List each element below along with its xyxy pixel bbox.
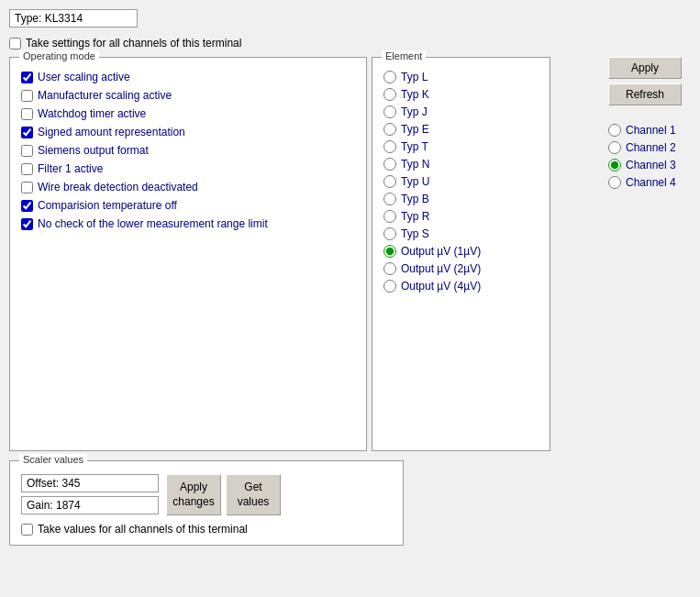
scaler-title: Scaler values bbox=[19, 454, 87, 465]
left-panel: Operating mode User scaling activeManufa… bbox=[9, 57, 599, 451]
checkbox-cb1[interactable] bbox=[21, 72, 33, 83]
checkbox-cb9[interactable] bbox=[21, 218, 33, 230]
channel-label-ch2: Channel 2 bbox=[626, 141, 676, 154]
radio-label-r9: Typ R bbox=[401, 210, 429, 223]
take-settings-checkbox[interactable] bbox=[9, 38, 21, 50]
label-cb3: Watchdog timer active bbox=[38, 107, 146, 120]
label-cb2: Manufacturer scaling active bbox=[38, 89, 172, 102]
apply-changes-button[interactable]: Apply changes bbox=[166, 474, 221, 515]
radio-label-r10: Typ S bbox=[401, 227, 429, 240]
element-radio-item: Typ N bbox=[383, 158, 539, 171]
element-radio-item: Output µV (4µV) bbox=[383, 280, 539, 293]
apply-changes-line2: changes bbox=[172, 495, 214, 508]
radio-r9[interactable] bbox=[383, 210, 396, 223]
take-values-label: Take values for all channels of this ter… bbox=[38, 523, 248, 536]
radio-r12[interactable] bbox=[383, 262, 396, 275]
channel-radio-ch1[interactable] bbox=[608, 124, 621, 137]
channel-radio-ch4[interactable] bbox=[608, 176, 621, 189]
radio-label-r2: Typ K bbox=[401, 88, 429, 101]
top-checkbox-row: Take settings for all channels of this t… bbox=[9, 37, 691, 50]
checkbox-cb6[interactable] bbox=[21, 163, 33, 175]
operating-mode-title: Operating mode bbox=[19, 50, 99, 61]
channel-radio-ch3[interactable] bbox=[608, 159, 621, 171]
checkbox-cb5[interactable] bbox=[21, 145, 33, 157]
radio-r10[interactable] bbox=[383, 227, 396, 240]
radio-r5[interactable] bbox=[383, 140, 396, 153]
offset-input[interactable] bbox=[21, 474, 159, 492]
element-radio-item: Typ J bbox=[383, 105, 539, 118]
element-radio-item: Typ K bbox=[383, 88, 539, 101]
label-cb4: Signed amount representation bbox=[38, 126, 185, 138]
scaler-buttons: Apply changes Get values bbox=[166, 474, 281, 515]
operating-mode-checkboxes: User scaling activeManufacturer scaling … bbox=[21, 71, 355, 230]
radio-r8[interactable] bbox=[383, 193, 396, 205]
element-radio-item: Output µV (1µV) bbox=[383, 245, 539, 258]
radio-label-r1: Typ L bbox=[401, 71, 428, 83]
get-values-button[interactable]: Get values bbox=[226, 474, 281, 515]
radio-label-r7: Typ U bbox=[401, 175, 429, 188]
element-radio-item: Typ B bbox=[383, 193, 539, 205]
checkbox-cb4[interactable] bbox=[21, 127, 33, 138]
take-settings-label: Take settings for all channels of this t… bbox=[26, 37, 241, 50]
radio-label-r6: Typ N bbox=[401, 158, 429, 171]
checkbox-cb8[interactable] bbox=[21, 200, 33, 212]
radio-label-r12: Output µV (2µV) bbox=[401, 262, 481, 275]
channel-radio-ch2[interactable] bbox=[608, 141, 621, 154]
get-values-line2: values bbox=[238, 495, 270, 508]
element-radio-item: Typ U bbox=[383, 175, 539, 188]
element-radio-item: Typ T bbox=[383, 140, 539, 153]
radio-r6[interactable] bbox=[383, 158, 396, 171]
channel-item: Channel 1 bbox=[608, 124, 691, 137]
operating-mode-item: No check of the lower measurement range … bbox=[21, 217, 355, 230]
radio-label-r5: Typ T bbox=[401, 140, 428, 153]
channel-item: Channel 3 bbox=[608, 159, 691, 171]
checkbox-cb3[interactable] bbox=[21, 108, 33, 120]
scaler-inputs bbox=[21, 474, 159, 514]
operating-mode-item: User scaling active bbox=[21, 71, 355, 83]
channel-label-ch4: Channel 4 bbox=[626, 176, 676, 189]
label-cb5: Siemens output format bbox=[38, 144, 149, 157]
radio-r7[interactable] bbox=[383, 175, 396, 188]
channel-item: Channel 4 bbox=[608, 176, 691, 189]
radio-label-r4: Typ E bbox=[401, 123, 429, 136]
refresh-button[interactable]: Refresh bbox=[608, 83, 682, 105]
radio-label-r3: Typ J bbox=[401, 105, 428, 118]
operating-mode-item: Manufacturer scaling active bbox=[21, 89, 355, 102]
radio-r4[interactable] bbox=[383, 123, 396, 136]
scaler-row: Apply changes Get values bbox=[21, 474, 392, 515]
element-radio-item: Typ S bbox=[383, 227, 539, 240]
checkbox-cb2[interactable] bbox=[21, 90, 33, 102]
operating-mode-box: Operating mode User scaling activeManufa… bbox=[9, 57, 367, 451]
type-field-row bbox=[9, 9, 691, 37]
radio-label-r13: Output µV (4µV) bbox=[401, 280, 481, 293]
label-cb8: Comparision temperature off bbox=[38, 199, 177, 212]
channel-label-ch3: Channel 3 bbox=[626, 159, 676, 171]
radio-r1[interactable] bbox=[383, 71, 396, 83]
type-input[interactable] bbox=[9, 9, 138, 28]
take-values-checkbox[interactable] bbox=[21, 524, 33, 536]
element-box: Element Typ LTyp KTyp JTyp ETyp TTyp NTy… bbox=[372, 57, 550, 451]
right-panel: Apply Refresh Channel 1Channel 2Channel … bbox=[608, 57, 691, 189]
element-radio-item: Output µV (2µV) bbox=[383, 262, 539, 275]
operating-mode-item: Siemens output format bbox=[21, 144, 355, 157]
radio-r2[interactable] bbox=[383, 88, 396, 101]
radio-label-r11: Output µV (1µV) bbox=[401, 245, 481, 258]
apply-button[interactable]: Apply bbox=[608, 57, 682, 79]
element-radio-item: Typ E bbox=[383, 123, 539, 136]
gain-input[interactable] bbox=[21, 496, 159, 514]
operating-mode-item: Filter 1 active bbox=[21, 162, 355, 175]
element-radio-item: Typ R bbox=[383, 210, 539, 223]
checkbox-cb7[interactable] bbox=[21, 182, 33, 193]
operating-mode-item: Signed amount representation bbox=[21, 126, 355, 138]
label-cb6: Filter 1 active bbox=[38, 162, 103, 175]
operating-mode-item: Comparision temperature off bbox=[21, 199, 355, 212]
radio-r11[interactable] bbox=[383, 245, 396, 258]
channel-label-ch1: Channel 1 bbox=[626, 124, 676, 137]
apply-changes-line1: Apply bbox=[180, 481, 207, 493]
label-cb1: User scaling active bbox=[38, 71, 130, 83]
radio-r13[interactable] bbox=[383, 280, 396, 293]
radio-r3[interactable] bbox=[383, 105, 396, 118]
channels-group: Channel 1Channel 2Channel 3Channel 4 bbox=[608, 124, 691, 189]
operating-mode-item: Wire break detection deactivated bbox=[21, 181, 355, 193]
label-cb9: No check of the lower measurement range … bbox=[38, 217, 268, 230]
